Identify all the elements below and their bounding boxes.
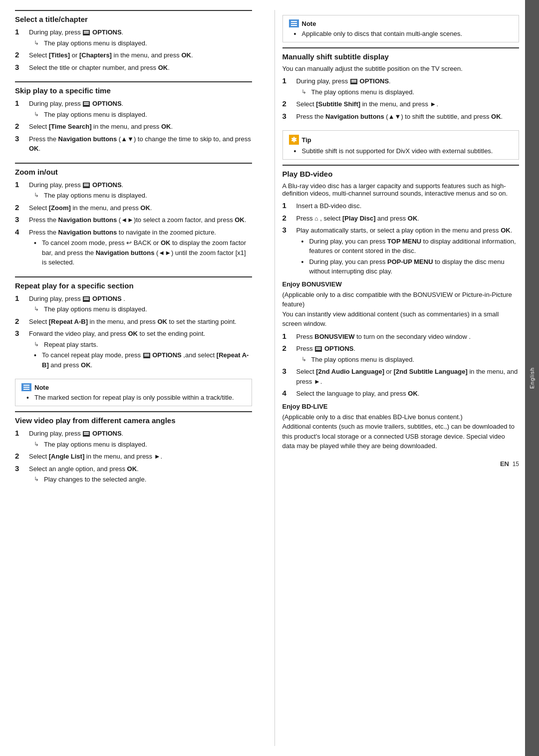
section-skip-play: Skip play to a specific time 1 During pl… [15, 81, 252, 154]
note-header-2: Note [289, 19, 513, 27]
zoom-step-3: 3 Press the Navigation buttons (◄►)to se… [15, 215, 252, 225]
bonusview-step-4: 4 Select the language to play, and press… [282, 389, 520, 399]
note-header: Note [21, 383, 246, 391]
options-icon-7 [350, 79, 357, 84]
bonusview-title: Enjoy BONUSVIEW [282, 280, 520, 288]
repeat-step-1-sub-text: The play options menu is displayed. [44, 304, 147, 314]
repeat-step-3-sub-text: Repeat play starts. [44, 340, 98, 350]
bonusview-step-num-3: 3 [282, 367, 296, 375]
options-icon-3 [83, 183, 90, 188]
content-area: Select a title/chapter 1 During play, pr… [0, 0, 539, 756]
skip-step-2-content: Select [Time Search] in the menu, and pr… [29, 122, 252, 132]
zoom-step-num-2: 2 [15, 203, 29, 212]
bonusview-step-2: 2 Press OPTIONS. ↳ The play options menu… [282, 344, 520, 364]
camera-step-3-content: Select an angle option, and press OK. ↳ … [29, 464, 252, 485]
step-1-sub-text: The play options menu is displayed. [44, 38, 147, 48]
bd-step-num-1: 1 [282, 201, 296, 210]
step-2-content: Select [Titles] or [Chapters] in the men… [29, 50, 252, 60]
note-icon-lines-2 [291, 21, 297, 26]
note-icon-line-2 [23, 387, 29, 388]
bonusview-step-3-content: Select [2nd Audio Language] or [2nd Subt… [296, 367, 520, 386]
note-icon-line-6 [291, 25, 297, 26]
repeat-play-steps: 1 During play, press OPTIONS . ↳ The pla… [15, 294, 252, 370]
skip-step-1: 1 During play, press OPTIONS. ↳ The play… [15, 99, 252, 119]
bd-video-intro: A Blu-ray video disc has a larger capaci… [282, 182, 520, 197]
repeat-step-2-content: Select [Repeat A-B] in the menu, and pre… [29, 317, 252, 327]
page-number: EN 15 [282, 460, 520, 468]
zoom-steps: 1 During play, press OPTIONS. ↳ The play… [15, 180, 252, 267]
repeat-step-num-3: 3 [15, 329, 29, 337]
tip-box-subtitle: ✱ Tip • Subtitle shift is not supported … [282, 130, 520, 160]
bonusview-step-num-2: 2 [282, 344, 296, 352]
section-repeat-play: Repeat play for a specific section 1 Dur… [15, 276, 252, 370]
bd-step-1-content: Insert a BD-video disc. [296, 201, 520, 211]
repeat-step-num-1: 1 [15, 294, 29, 302]
subtitle-heading: Manually shift subtitle display [282, 47, 520, 61]
note-multi-text: Applicable only to discs that contain mu… [302, 30, 463, 37]
step-3-content: Select the title or chapter number, and … [29, 63, 252, 73]
zoom-bullet-1-text: To cancel zoom mode, press ↩ BACK or OK … [42, 238, 252, 267]
options-icon-4 [83, 296, 90, 302]
note-label-2: Note [302, 20, 316, 27]
note-icon-line-3 [23, 389, 29, 390]
section-camera-angles: View video play from different camera an… [15, 411, 252, 485]
zoom-step-3-content: Press the Navigation buttons (◄►)to sele… [29, 215, 252, 225]
zoom-step-num-1: 1 [15, 180, 29, 189]
skip-step-num-1: 1 [15, 99, 29, 107]
step-num-3: 3 [15, 63, 29, 71]
zoom-step-2: 2 Select [Zoom] in the menu, and press O… [15, 203, 252, 213]
skip-step-num-2: 2 [15, 122, 29, 130]
step-num-1: 1 [15, 27, 29, 36]
bonusview-step-1: 1 Press BONUSVIEW to turn on the seconda… [282, 332, 520, 342]
camera-angles-steps: 1 During play, press OPTIONS. ↳ The play… [15, 429, 252, 485]
camera-step-1-sub-text: The play options menu is displayed. [44, 440, 147, 450]
bd-bullet-1-text: During play, you can press TOP MENU to d… [309, 237, 520, 256]
tip-label: Tip [302, 136, 311, 144]
subtitle-step-1-content: During play, press OPTIONS. ↳ The play o… [296, 76, 520, 97]
bullet-dot-1: • [34, 238, 42, 249]
bd-video-heading: Play BD-video [282, 165, 520, 178]
right-column: Note • Applicable only to discs that con… [274, 10, 520, 746]
note-box-multi-angle: Note • Applicable only to discs that con… [282, 15, 520, 42]
bonusview-step-2-sub-text: The play options menu is displayed. [311, 355, 415, 365]
bonusview-step-num-4: 4 [282, 389, 296, 397]
skip-step-1-sub: ↳ The play options menu is displayed. [34, 110, 252, 120]
note-label: Note [34, 384, 49, 391]
zoom-step-2-content: Select [Zoom] in the menu, and press OK. [29, 203, 252, 213]
bd-step-num-2: 2 [282, 214, 296, 222]
subtitle-step-2-content: Select [Subtitle Shift] in the menu, and… [296, 99, 520, 109]
repeat-step-2: 2 Select [Repeat A-B] in the menu, and p… [15, 317, 252, 327]
step-1: 1 During play, press OPTIONS. ↳ The play… [15, 27, 252, 48]
bonusview-step-4-content: Select the language to play, and press O… [296, 389, 520, 399]
page-num-text: 15 [513, 461, 519, 468]
subtitle-step-1: 1 During play, press OPTIONS. ↳ The play… [282, 76, 520, 97]
bonusview-step-3: 3 Select [2nd Audio Language] or [2nd Su… [282, 367, 520, 386]
subtitle-step-3-content: Press the Navigation buttons (▲▼) to shi… [296, 112, 520, 122]
tip-subtitle-text: Subtitle shift is not supported for DivX… [302, 147, 493, 155]
home-icon: ⌂ [314, 214, 318, 223]
repeat-step-3-sub: ↳ Repeat play starts. [34, 340, 252, 350]
select-title-heading: Select a title/chapter [15, 10, 252, 23]
side-tab: English [525, 0, 539, 756]
section-bd-video: Play BD-video A Blu-ray video disc has a… [282, 165, 520, 451]
skip-step-1-sub-text: The play options menu is displayed. [44, 110, 147, 120]
arrow-bullet-8: ↳ [301, 87, 311, 96]
repeat-step-num-2: 2 [15, 317, 29, 325]
note-bullet: • [26, 394, 34, 402]
arrow-bullet-7: ↳ [34, 475, 44, 484]
note-bullet-2: • [294, 30, 302, 38]
bdlive-intro: (Applicable only to a disc that enables … [282, 412, 520, 451]
options-icon-2 [83, 101, 90, 107]
skip-step-3: 3 Press the Navigation buttons (▲▼) to c… [15, 134, 252, 154]
note-repeat-text: The marked section for repeat play is on… [34, 394, 234, 401]
camera-step-2-content: Select [Angle List] in the menu, and pre… [29, 452, 252, 462]
note-icon-lines [23, 385, 29, 390]
bonusview-step-num-1: 1 [282, 332, 296, 340]
arrow-bullet-5: ↳ [34, 340, 44, 349]
note-icon-2 [289, 19, 299, 27]
tip-icon: ✱ [289, 135, 299, 145]
bd-step-2-content: Press ⌂ , select [Play Disc] and press O… [296, 214, 520, 224]
camera-step-2: 2 Select [Angle List] in the menu, and p… [15, 452, 252, 462]
camera-angles-heading: View video play from different camera an… [15, 411, 252, 425]
skip-step-3-content: Press the Navigation buttons (▲▼) to cha… [29, 134, 252, 154]
